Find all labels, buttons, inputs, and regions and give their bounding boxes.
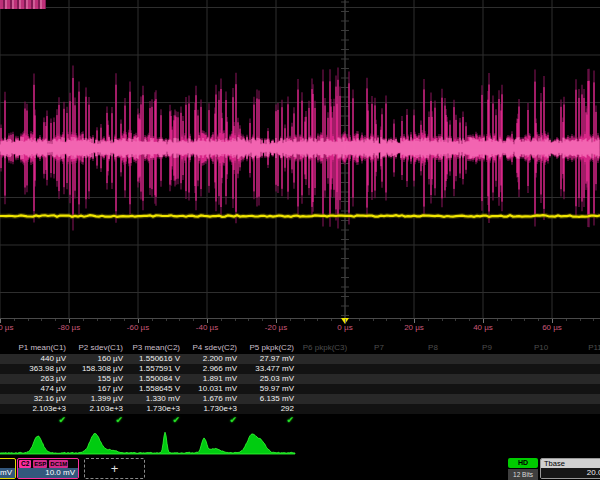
spacer <box>0 394 13 404</box>
axis-minor-tick <box>580 319 581 321</box>
axis-minor-tick <box>524 319 525 321</box>
axis-tick-label: 60 µs <box>542 323 562 332</box>
axis-minor-tick <box>152 319 153 321</box>
measurement-value: 1.550084 V <box>127 374 184 384</box>
status-check-icon: ✔ <box>70 414 127 427</box>
measurement-value: 1.730e+3 <box>127 404 184 414</box>
measurement-value: 2.103e+3 <box>13 404 70 414</box>
measurement-value: 1.330 mV <box>127 394 184 404</box>
axis-minor-tick <box>124 319 125 321</box>
hd-bits-label: 12 Bits <box>508 469 538 480</box>
axis-minor-tick <box>373 319 374 321</box>
measurement-value: 6.135 mV <box>241 394 298 404</box>
hd-mode-indicator[interactable]: HD 12 Bits <box>508 458 538 480</box>
axis-minor-tick <box>400 319 401 321</box>
axis-minor-tick <box>166 319 167 321</box>
axis-minor-tick <box>317 319 318 321</box>
axis-major-tick <box>345 319 346 323</box>
axis-minor-tick <box>14 319 15 321</box>
table-row: 2.103e+32.103e+31.730e+31.730e+3292 <box>0 404 600 414</box>
axis-minor-tick <box>83 319 84 321</box>
axis-minor-tick <box>248 319 249 321</box>
axis-tick-label: -80 µs <box>58 323 80 332</box>
histogram-svg <box>0 427 600 457</box>
measurement-header-unused[interactable]: P11 <box>568 342 600 354</box>
measurement-header-unused[interactable]: P9 <box>460 342 514 354</box>
axis-minor-tick <box>469 319 470 321</box>
measurement-value: 263 µV <box>13 374 70 384</box>
axis-minor-tick <box>41 319 42 321</box>
status-check-icon: ✔ <box>241 414 298 427</box>
axis-tick-label: -20 µs <box>265 323 287 332</box>
axis-major-tick <box>69 319 70 323</box>
axis-minor-tick <box>538 319 539 321</box>
measurement-header[interactable]: P3 mean(C2) <box>127 342 184 354</box>
spacer <box>0 364 13 374</box>
bottom-bar: DC1M 10.0 mV C2 ESP DC1M 10.0 mV + HD 12… <box>0 457 600 480</box>
histogram-area[interactable] <box>0 427 600 457</box>
axis-minor-tick <box>331 319 332 321</box>
axis-tick-label: 20 µs <box>404 323 424 332</box>
axis-minor-tick <box>428 319 429 321</box>
measurement-header-unused[interactable]: P8 <box>406 342 460 354</box>
axis-minor-tick <box>262 319 263 321</box>
c2-esp-badge: ESP <box>33 460 47 468</box>
axis-minor-tick <box>566 319 567 321</box>
c2-volts-per-div: 10.0 mV <box>18 468 78 478</box>
axis-tick-label: 0 µs <box>337 323 352 332</box>
measurement-value: 155 µV <box>70 374 127 384</box>
measurement-value: 2.103e+3 <box>70 404 127 414</box>
axis-minor-tick <box>304 319 305 321</box>
spacer <box>0 384 13 394</box>
measurement-header-unused[interactable]: P7 <box>352 342 406 354</box>
axis-minor-tick <box>290 319 291 321</box>
measurement-header-unused[interactable]: P10 <box>514 342 568 354</box>
measurement-value: 1.730e+3 <box>184 404 241 414</box>
measurement-value: 59.97 mV <box>241 384 298 394</box>
measurement-value: 1.550616 V <box>127 354 184 364</box>
axis-major-tick <box>414 319 415 323</box>
channel-c2-descriptor[interactable]: C2 ESP DC1M 10.0 mV <box>17 458 79 479</box>
c1-volts-per-div: 10.0 mV <box>0 468 15 478</box>
measurement-header-unused[interactable]: P6 pkpk(C3) <box>298 342 352 354</box>
axis-minor-tick <box>442 319 443 321</box>
axis-minor-tick <box>593 319 594 321</box>
timebase-title: Tbase <box>541 459 600 468</box>
timebase-descriptor[interactable]: Tbase 20.0 µs <box>540 458 600 479</box>
measurement-value: 474 µV <box>13 384 70 394</box>
spacer <box>0 354 13 364</box>
measurement-value: 33.477 mV <box>241 364 298 374</box>
axis-minor-tick <box>179 319 180 321</box>
axis-minor-tick <box>110 319 111 321</box>
measurement-value: 1.558645 V <box>127 384 184 394</box>
add-trace-button[interactable]: + <box>84 458 145 479</box>
math-histogram-trace <box>0 432 295 454</box>
measurement-value: 1.676 mV <box>184 394 241 404</box>
axis-minor-tick <box>386 319 387 321</box>
axis-tick-label: 40 µs <box>473 323 493 332</box>
measurement-header[interactable]: P4 sdev(C2) <box>184 342 241 354</box>
axis-minor-tick <box>497 319 498 321</box>
timebase-value: 20.0 µs <box>541 468 600 478</box>
measurement-value: 2.966 mV <box>184 364 241 374</box>
axis-minor-tick <box>235 319 236 321</box>
axis-tick-label: -60 µs <box>127 323 149 332</box>
measurement-header[interactable]: P5 pkpk(C2) <box>241 342 298 354</box>
spacer <box>0 374 13 384</box>
measurement-header[interactable]: P1 mean(C1) <box>13 342 70 354</box>
axis-minor-tick <box>28 319 29 321</box>
measurement-value: 2.200 mV <box>184 354 241 364</box>
measurement-value: 363.98 µV <box>13 364 70 374</box>
waveform-area[interactable] <box>0 0 600 318</box>
status-check-icon: ✔ <box>184 414 241 427</box>
axis-major-tick <box>552 319 553 323</box>
channel-c1-descriptor[interactable]: DC1M 10.0 mV <box>0 458 16 479</box>
time-axis: -100 µs-80 µs-60 µs-40 µs-20 µs0 µs20 µs… <box>0 318 600 336</box>
measurement-value: 160 µV <box>70 354 127 364</box>
measurement-header[interactable]: P2 sdev(C1) <box>70 342 127 354</box>
axis-minor-tick <box>193 319 194 321</box>
axis-tick-label: -40 µs <box>196 323 218 332</box>
table-row: 32.16 µV1.399 µV1.330 mV1.676 mV6.135 mV <box>0 394 600 404</box>
axis-major-tick <box>138 319 139 323</box>
axis-major-tick <box>276 319 277 323</box>
